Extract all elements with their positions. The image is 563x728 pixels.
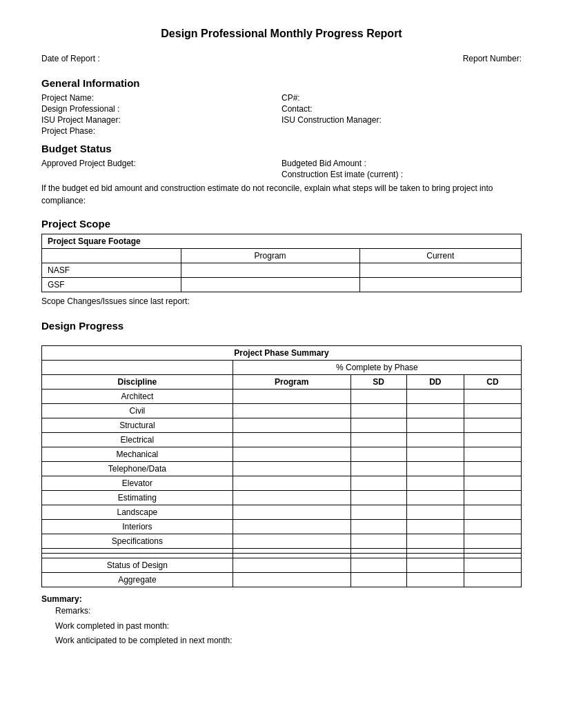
nasf-label: NASF	[42, 263, 181, 278]
date-of-report-label: Date of Report :	[41, 54, 100, 63]
phase-header-spacer	[42, 361, 233, 375]
interiors-program	[233, 520, 350, 534]
construction-est-label: Construction Est imate (current) :	[282, 170, 522, 179]
interiors-dd	[406, 520, 464, 534]
structural-dd	[406, 418, 464, 433]
gsf-current	[359, 278, 521, 292]
empty2-sd	[350, 554, 406, 558]
scope-table: Project Square Footage Program Current N…	[41, 234, 522, 292]
aggregate-dd	[406, 573, 464, 587]
nasf-current	[359, 263, 521, 278]
budget-spacer	[41, 170, 282, 179]
gsf-label: GSF	[42, 278, 181, 292]
isu-construction-manager-label: ISU Construction Manager:	[282, 115, 522, 125]
phase-row-architect: Architect	[42, 390, 522, 404]
estimating-dd	[406, 491, 464, 505]
design-professional-label: Design Professional :	[41, 104, 282, 114]
row-telephone-data: Telephone/Data	[42, 462, 233, 476]
design-progress-title: Design Progress	[41, 320, 522, 332]
phase-table-main-header: Project Phase Summary	[42, 346, 522, 361]
row-specifications: Specifications	[42, 534, 233, 549]
scope-col-current: Current	[359, 249, 521, 263]
structural-sd	[350, 418, 406, 433]
telephone-data-program	[233, 462, 350, 476]
telephone-data-dd	[406, 462, 464, 476]
aggregate-program	[233, 573, 350, 587]
project-phase-label: Project Phase:	[41, 126, 282, 136]
architect-dd	[406, 390, 464, 404]
row-elevator: Elevator	[42, 476, 233, 491]
empty2-label	[42, 554, 233, 558]
civil-program	[233, 404, 350, 418]
architect-program	[233, 390, 350, 404]
specifications-sd	[350, 534, 406, 549]
phase-row-specifications: Specifications	[42, 534, 522, 549]
budget-grid: Approved Project Budget: Budgeted Bid Am…	[41, 159, 522, 179]
estimating-program	[233, 491, 350, 505]
phase-complete-header: % Complete by Phase	[233, 361, 521, 375]
civil-dd	[406, 404, 464, 418]
phase-row-structural: Structural	[42, 418, 522, 433]
phase-row-civil: Civil	[42, 404, 522, 418]
phase-row-electrical: Electrical	[42, 433, 522, 447]
scope-changes-label: Scope Changes/Issues since last report:	[41, 296, 522, 306]
project-phase-value	[282, 126, 522, 136]
phase-row-empty2	[42, 554, 522, 558]
empty1-label	[42, 549, 233, 554]
mechanical-program	[233, 447, 350, 462]
scope-row-gsf: GSF	[42, 278, 522, 292]
electrical-sd	[350, 433, 406, 447]
empty1-cd	[464, 549, 521, 554]
col-cd: CD	[464, 375, 521, 390]
empty1-sd	[350, 549, 406, 554]
elevator-cd	[464, 476, 521, 491]
scope-row-nasf: NASF	[42, 263, 522, 278]
gsf-program	[181, 278, 359, 292]
empty1-program	[233, 549, 350, 554]
phase-table: Project Phase Summary % Complete by Phas…	[41, 345, 522, 587]
col-program: Program	[233, 375, 350, 390]
elevator-program	[233, 476, 350, 491]
budgeted-bid-label: Budgeted Bid Amount :	[282, 159, 522, 168]
phase-row-telephone-data: Telephone/Data	[42, 462, 522, 476]
contact-label: Contact:	[282, 104, 522, 114]
nasf-program	[181, 263, 359, 278]
civil-cd	[464, 404, 521, 418]
interiors-sd	[350, 520, 406, 534]
empty2-program	[233, 554, 350, 558]
landscape-program	[233, 505, 350, 520]
structural-cd	[464, 418, 521, 433]
mechanical-dd	[406, 447, 464, 462]
status-design-dd	[406, 558, 464, 573]
remarks-label: Remarks:	[41, 604, 522, 619]
mechanical-cd	[464, 447, 521, 462]
col-discipline: Discipline	[42, 375, 233, 390]
row-mechanical: Mechanical	[42, 447, 233, 462]
project-name-label: Project Name:	[41, 93, 282, 103]
empty1-dd	[406, 549, 464, 554]
telephone-data-sd	[350, 462, 406, 476]
empty2-dd	[406, 554, 464, 558]
phase-row-interiors: Interiors	[42, 520, 522, 534]
architect-sd	[350, 390, 406, 404]
specifications-cd	[464, 534, 521, 549]
landscape-sd	[350, 505, 406, 520]
work-anticipated-label: Work anticipated to be completed in next…	[41, 634, 522, 649]
mechanical-sd	[350, 447, 406, 462]
row-architect: Architect	[42, 390, 233, 404]
col-sd: SD	[350, 375, 406, 390]
scope-col-empty	[42, 249, 181, 263]
budget-status-title: Budget Status	[41, 143, 522, 154]
scope-col-program: Program	[181, 249, 359, 263]
summary-section: Summary: Remarks: Work completed in past…	[41, 594, 522, 649]
status-design-sd	[350, 558, 406, 573]
row-interiors: Interiors	[42, 520, 233, 534]
row-landscape: Landscape	[42, 505, 233, 520]
work-completed-label: Work completed in past month:	[41, 619, 522, 634]
project-scope-title: Project Scope	[41, 218, 522, 230]
status-design-label: Status of Design	[42, 558, 233, 573]
elevator-sd	[350, 476, 406, 491]
estimating-sd	[350, 491, 406, 505]
electrical-dd	[406, 433, 464, 447]
civil-sd	[350, 404, 406, 418]
